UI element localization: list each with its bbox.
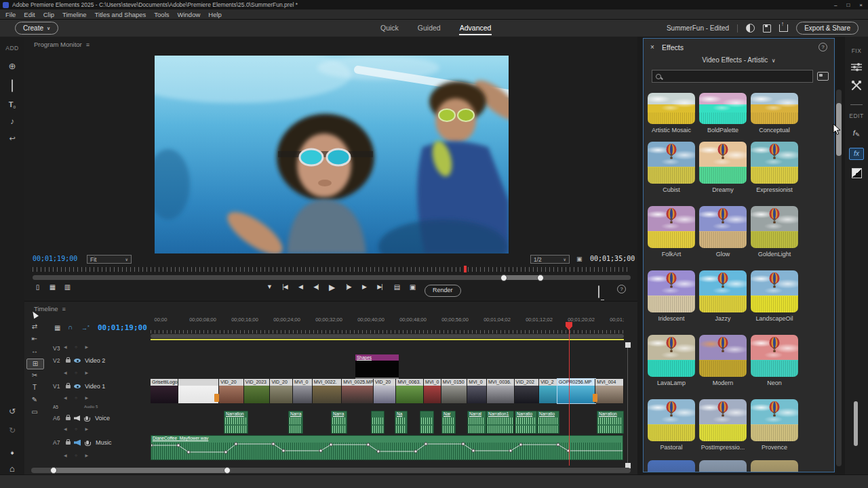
- layers-icon[interactable]: ▣: [405, 283, 420, 291]
- project-assets-icon[interactable]: [0, 80, 24, 92]
- timeline-clip[interactable]: [178, 379, 220, 403]
- add-media-icon[interactable]: ⊕: [0, 61, 24, 71]
- timeline-tool-4[interactable]: ✂: [26, 371, 43, 380]
- effects-preset-icon[interactable]: f✎: [845, 129, 868, 138]
- menu-item-help[interactable]: Help: [204, 11, 226, 18]
- effect-thumb-postimpressio-[interactable]: [699, 399, 747, 441]
- keyframe-nav[interactable]: ◀ ○ ▶: [64, 395, 92, 400]
- save-icon[interactable]: [763, 24, 771, 33]
- step-back-button[interactable]: ◀: [293, 283, 308, 290]
- tab-guided[interactable]: Guided: [417, 21, 441, 35]
- go-to-end-button[interactable]: ▶|: [372, 283, 387, 290]
- effect-thumb-jazzy[interactable]: [699, 270, 747, 312]
- minimize-icon[interactable]: –: [834, 2, 837, 8]
- menu-item-file[interactable]: File: [1, 11, 20, 18]
- timeline-clip[interactable]: GrisettiLogoHD.m2t [V]: [151, 379, 178, 403]
- track-scroll-handle-top[interactable]: [625, 342, 631, 348]
- lock-icon[interactable]: [66, 441, 71, 445]
- timeline-clip[interactable]: MVI_0150: [441, 379, 468, 403]
- help-icon[interactable]: ?: [617, 285, 626, 293]
- adjust-sliders-icon[interactable]: [845, 62, 868, 72]
- close-icon[interactable]: ×: [650, 43, 654, 51]
- effect-thumb-folkart[interactable]: [648, 206, 695, 248]
- timeline-clip[interactable]: MVI_0063.: [396, 379, 424, 403]
- transitions-icon[interactable]: [845, 168, 868, 178]
- frame-icon[interactable]: ▣: [576, 256, 583, 262]
- timeline-clip[interactable]: VID_20: [270, 379, 293, 403]
- effect-thumb-neon[interactable]: [751, 335, 798, 377]
- maximize-icon[interactable]: □: [846, 2, 850, 8]
- titles-text-icon[interactable]: To: [0, 98, 24, 110]
- effect-thumb-partial[interactable]: [648, 460, 695, 472]
- effect-thumb-pastoral[interactable]: [648, 399, 695, 441]
- fit-dropdown[interactable]: Fit∨: [87, 255, 132, 264]
- monitor-timecode[interactable]: 00;01;19;00: [33, 255, 77, 262]
- close-icon[interactable]: ×: [859, 2, 863, 8]
- music-icon[interactable]: ♪: [0, 117, 24, 126]
- timeline-clip[interactable]: MVI_0: [293, 379, 313, 403]
- effect-thumb-expressionist[interactable]: [751, 142, 798, 184]
- tab-advanced[interactable]: Advanced: [459, 21, 492, 35]
- eye-icon[interactable]: [74, 384, 81, 388]
- timeline-clip[interactable]: MVI_0: [467, 379, 487, 403]
- effects-browser-icon[interactable]: [817, 72, 829, 81]
- narration-clip[interactable]: [371, 411, 384, 434]
- render-button[interactable]: Render: [425, 285, 461, 297]
- menu-item-timeline[interactable]: Timeline: [58, 11, 91, 18]
- dual-monitor-icon[interactable]: [598, 285, 599, 298]
- eye-icon[interactable]: [74, 359, 81, 363]
- volume-keyframes[interactable]: [151, 436, 623, 460]
- timeline-tool-5[interactable]: T: [26, 383, 43, 392]
- timeline-clip[interactable]: MVI_0022.: [313, 379, 342, 403]
- monitor-scrub-ruler[interactable]: [33, 267, 631, 272]
- track-scrollbar[interactable]: [627, 344, 628, 468]
- timeline-clip[interactable]: MVI_004: [595, 379, 624, 403]
- monitor-playhead[interactable]: [464, 266, 467, 272]
- narration-clip[interactable]: Narration: [224, 411, 248, 434]
- timeline-clip[interactable]: VID_2023: [244, 379, 271, 403]
- timeline-tool-7[interactable]: ▭: [26, 407, 43, 417]
- marker-icon[interactable]: ▼: [262, 283, 277, 290]
- narration-clip[interactable]: Narration: [597, 411, 624, 434]
- menu-item-edit[interactable]: Edit: [20, 11, 39, 18]
- effect-thumb-dreamy[interactable]: [699, 142, 747, 184]
- timeline-tool-0[interactable]: ⇄: [26, 322, 43, 331]
- page-icon[interactable]: ▯: [30, 283, 45, 291]
- play-button[interactable]: ▶: [324, 283, 339, 292]
- share-icon[interactable]: [779, 24, 788, 32]
- export-frame-icon[interactable]: ▤: [389, 283, 404, 291]
- timeline-clip[interactable]: MVI_0025.MP4: [342, 379, 374, 403]
- speaker-icon[interactable]: [74, 415, 80, 421]
- narration-clip[interactable]: Nar: [441, 411, 456, 434]
- timeline-tool-1[interactable]: ⇤: [26, 334, 43, 344]
- effect-thumb-glow[interactable]: [699, 206, 747, 248]
- organizer-icon[interactable]: ◆: [0, 445, 24, 457]
- effect-thumb-lavalamp[interactable]: [648, 335, 695, 377]
- scroll-handle-right[interactable]: [537, 274, 544, 281]
- effect-thumb-landscapeoil[interactable]: [751, 270, 798, 312]
- search-input[interactable]: [652, 70, 813, 83]
- effect-thumb-boldpalette[interactable]: [699, 93, 747, 124]
- menu-item-titles-and-shapes[interactable]: Titles and Shapes: [91, 11, 151, 18]
- scroll-handle-left[interactable]: [500, 274, 507, 281]
- menu-item-window[interactable]: Window: [174, 11, 205, 18]
- list-icon[interactable]: ▥: [60, 283, 75, 291]
- music-clip[interactable]: DianeCoffee_Mayflower.wav: [151, 435, 623, 460]
- theme-toggle-icon[interactable]: [746, 24, 755, 33]
- selection-tool[interactable]: [26, 310, 43, 319]
- timeline-clip[interactable]: MVI_0036.: [487, 379, 515, 403]
- lock-icon[interactable]: [66, 385, 71, 388]
- mic-icon[interactable]: [85, 416, 88, 420]
- redo-icon[interactable]: ↻: [0, 426, 24, 435]
- narration-clip[interactable]: Narra: [288, 411, 303, 434]
- narration-clip[interactable]: Na: [395, 411, 408, 434]
- timeline-tool-6[interactable]: ✎: [26, 395, 43, 405]
- elements-icon[interactable]: ↩: [0, 134, 24, 143]
- step-forward-button[interactable]: ▶: [357, 283, 372, 290]
- keyframe-nav[interactable]: ◀ ○ ▶: [64, 453, 92, 458]
- effect-thumb-partial[interactable]: [699, 460, 747, 472]
- lock-icon[interactable]: [66, 359, 71, 363]
- sidebar-scrollbar[interactable]: [854, 401, 858, 446]
- effect-thumb-goldenlight[interactable]: [751, 206, 798, 248]
- menu-item-tools[interactable]: Tools: [150, 11, 173, 18]
